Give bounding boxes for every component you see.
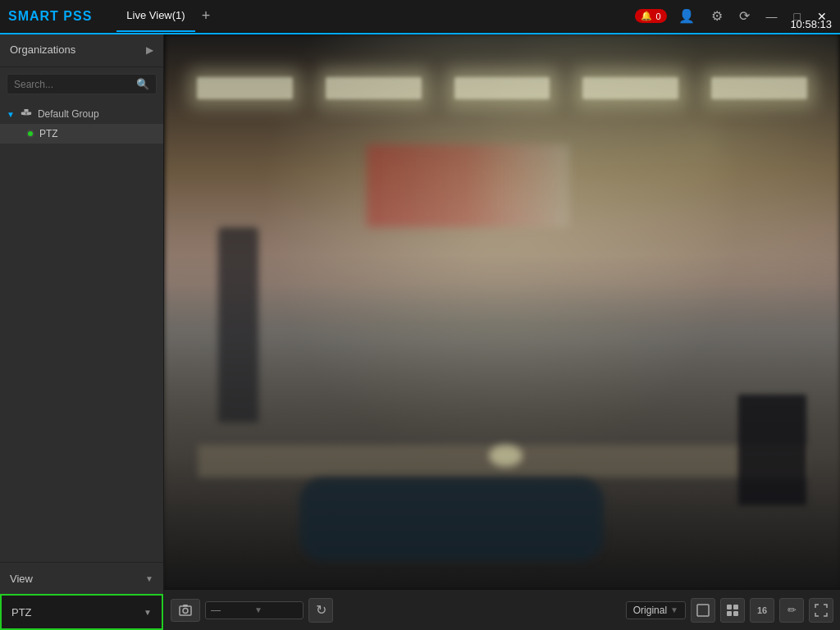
refresh-icon: ↻ [316,602,326,618]
person-silhouette [218,227,258,422]
search-bar[interactable]: 🔍 [7,74,157,94]
search-input[interactable] [14,79,136,90]
search-icon: 🔍 [136,78,149,90]
tab-liveview[interactable]: Live View(1) [116,0,194,32]
time-display: 10:58:13 [790,18,832,30]
ceiling-light [326,77,422,99]
camera-status-dot [26,130,34,138]
fullscreen-button[interactable] [809,598,833,623]
aspect-ratio-label: Original [633,605,667,616]
camera-feed [164,33,840,589]
svg-rect-5 [180,606,191,615]
sixteen-view-label: 16 [757,605,767,615]
ptz-bar-chevron-icon: ▼ [144,608,152,617]
logo-suffix: PSS [63,9,92,23]
refresh-system-button[interactable]: ⟳ [734,5,755,27]
main-layout: Organizations ▶ 🔍 ▼ [0,33,840,630]
alert-button[interactable]: 🔔 0 [635,9,666,23]
ceiling-light [197,77,293,99]
ceiling-light [711,77,807,99]
default-group-label: Default Group [38,108,99,120]
add-tab-button[interactable]: + [202,7,211,25]
ceiling-light [582,77,678,99]
single-view-button[interactable] [691,598,715,623]
logo-prefix: SMART [8,9,59,23]
ceiling-light [454,77,550,99]
video-area: — ▼ ↻ Original ▼ [164,33,840,630]
dark-object [299,477,604,561]
titlebar: SMART PSS Live View(1) + 🔔 0 👤 ⚙ ⟳ — □ ✕ [0,0,840,33]
refresh-button[interactable]: ↻ [308,598,333,623]
ptz-device-item[interactable]: PTZ [0,124,163,144]
minimize-button[interactable]: — [761,7,783,26]
group-icon [20,107,33,121]
svg-rect-2 [24,109,28,112]
ptz-device-label: PTZ [39,128,58,139]
svg-rect-8 [697,605,709,616]
alert-count: 0 [655,11,660,21]
svg-rect-1 [27,112,31,115]
svg-rect-0 [21,112,25,115]
view-label: View [10,573,33,585]
stream-dropdown[interactable]: — ▼ [205,601,304,619]
edit-button[interactable]: ✏ [779,598,804,623]
organizations-label: Organizations [10,43,75,56]
snapshot-button[interactable] [171,599,200,622]
aspect-ratio-dropdown[interactable]: Original ▼ [626,601,686,619]
wall-decoration [367,144,569,228]
stream-dropdown-arrow-icon: ▼ [254,605,298,614]
group-expand-arrow: ▼ [7,110,15,119]
user-button[interactable]: 👤 [673,5,700,27]
quad-grid-icon [727,605,738,616]
sidebar-bottom: View ▼ PTZ ▼ [0,562,163,630]
video-container [164,33,840,589]
ptz-control-bar[interactable]: PTZ ▼ [0,594,163,630]
app-logo: SMART PSS [8,9,92,24]
organizations-header[interactable]: Organizations ▶ [0,33,163,67]
bottom-toolbar: — ▼ ↻ Original ▼ [164,589,840,630]
device-tree: ▼ Default Group PTZ [0,101,163,562]
sixteen-view-button[interactable]: 16 [750,598,774,623]
sidebar: Organizations ▶ 🔍 ▼ [0,33,164,630]
active-indicator-line [0,33,840,34]
organizations-chevron-icon: ▶ [146,44,153,56]
light-spot [489,445,523,467]
view-chevron-icon: ▼ [145,574,153,583]
view-button[interactable]: View ▼ [0,563,163,594]
svg-rect-7 [183,605,188,607]
svg-point-6 [183,608,188,613]
quad-view-button[interactable] [720,598,745,623]
stream-dropdown-value: — [211,605,254,616]
default-group-item[interactable]: ▼ Default Group [0,104,163,124]
monitor-item [738,395,806,506]
ptz-bar-label: PTZ [11,606,32,619]
settings-button[interactable]: ⚙ [706,5,728,27]
edit-icon: ✏ [788,604,797,616]
ceiling-lights [164,77,840,99]
aspect-dropdown-arrow-icon: ▼ [670,605,678,614]
